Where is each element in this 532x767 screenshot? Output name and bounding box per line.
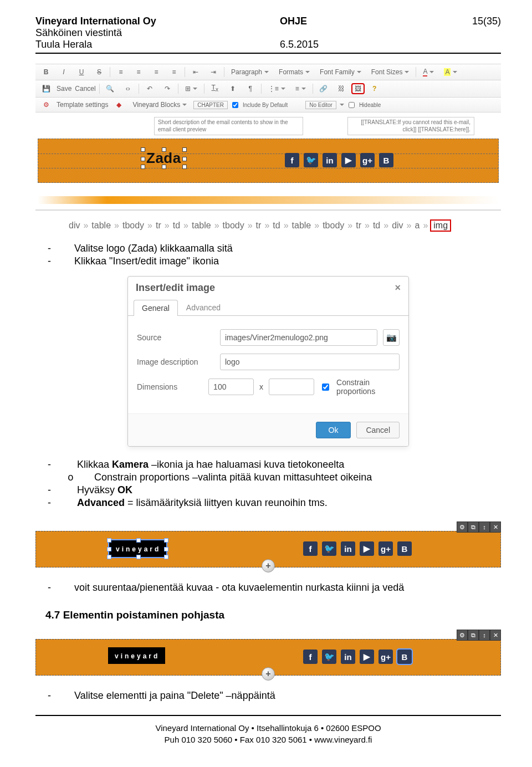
email-preview-desc[interactable]: Short description of the email contents … (154, 117, 303, 135)
youtube-icon[interactable]: ▶ (341, 153, 356, 167)
crumb[interactable]: tbody (323, 221, 344, 231)
hideable-checkbox[interactable] (349, 102, 355, 108)
align-center-icon[interactable]: ≡ (131, 67, 146, 78)
tab-general[interactable]: General (134, 300, 178, 316)
width-input[interactable] (208, 379, 254, 395)
underline-button[interactable]: U (74, 67, 89, 78)
crumb-img[interactable]: img (431, 221, 450, 231)
italic-button[interactable]: I (57, 67, 71, 78)
fontfamily-dropdown[interactable]: Font Family (316, 67, 365, 78)
facebook-icon[interactable]: f (303, 650, 318, 664)
crumb[interactable]: tr (156, 221, 161, 231)
twitter-icon[interactable]: 🐦 (304, 153, 318, 167)
youtube-icon[interactable]: ▶ (360, 541, 374, 556)
code-icon[interactable]: ‹› (121, 83, 135, 94)
linkedin-icon[interactable]: in (341, 650, 355, 664)
linkedin-icon[interactable]: in (341, 541, 355, 556)
strip-copy-icon[interactable]: ⧉ (468, 521, 479, 533)
add-element-icon[interactable]: + (262, 667, 275, 681)
crumb[interactable]: td (373, 221, 380, 231)
googleplus-icon[interactable]: g+ (360, 153, 375, 167)
vineyard-logo[interactable]: vineyard (108, 647, 165, 664)
height-input[interactable] (269, 379, 314, 395)
include-default-checkbox[interactable] (232, 102, 238, 108)
cancel-button[interactable]: Cancel (356, 422, 400, 438)
strike-button[interactable]: S (92, 67, 106, 78)
strip-gear-icon[interactable]: ⚙ (457, 630, 468, 641)
blog-icon[interactable]: B (397, 541, 412, 556)
formats-dropdown[interactable]: Formats (275, 67, 313, 78)
vineyard-logo-selected[interactable]: vineyard (108, 539, 167, 558)
strip-copy-icon[interactable]: ⧉ (468, 630, 479, 641)
element-strip-2[interactable]: ⚙ ⧉ ↕ ✕ vineyard f 🐦 in ▶ g+ B + (35, 639, 501, 676)
binoculars-icon[interactable]: 🔍 (103, 83, 117, 94)
help-icon[interactable]: ? (367, 83, 382, 94)
crumb[interactable]: tr (256, 221, 262, 231)
crumb[interactable]: tr (356, 221, 361, 231)
element-strip-1[interactable]: ⚙ ⧉ ↕ ✕ vineyard f 🐦 in ▶ g (35, 531, 501, 567)
youtube-icon[interactable]: ▶ (360, 650, 374, 664)
table-icon[interactable]: ⊞ (182, 83, 201, 94)
save-button[interactable]: Save (57, 85, 71, 93)
template-settings-label[interactable]: Template settings (57, 101, 108, 109)
facebook-icon[interactable]: f (303, 541, 318, 556)
crumb[interactable]: table (91, 221, 111, 231)
tab-advanced[interactable]: Advanced (178, 299, 229, 315)
blog-icon[interactable]: B (379, 153, 393, 167)
crumb[interactable]: div (392, 221, 403, 231)
insert-image-icon[interactable]: 🖼 (352, 84, 364, 94)
strip-delete-icon[interactable]: ✕ (490, 630, 501, 641)
pilcrow-icon[interactable]: ¶ (243, 83, 258, 94)
undo-icon[interactable]: ↶ (142, 83, 157, 94)
strip-move-icon[interactable]: ↕ (479, 630, 490, 641)
text-color-button[interactable]: A (420, 66, 437, 78)
camera-icon[interactable]: 📷 (383, 329, 400, 346)
strip-gear-icon[interactable]: ⚙ (457, 521, 468, 533)
indent-icon[interactable]: ⇥ (206, 67, 221, 78)
twitter-icon[interactable]: 🐦 (322, 650, 336, 664)
googleplus-icon[interactable]: g+ (378, 650, 393, 664)
crumb[interactable]: div (69, 221, 80, 231)
unlink-icon[interactable]: ⛓ (334, 83, 349, 94)
twitter-icon[interactable]: 🐦 (322, 541, 336, 556)
clear-format-icon[interactable]: Tx (208, 82, 222, 95)
strip-move-icon[interactable]: ↕ (479, 521, 490, 533)
linkedin-icon[interactable]: in (323, 153, 337, 167)
align-justify-icon[interactable]: ≡ (167, 67, 181, 78)
redo-icon[interactable]: ↷ (160, 83, 175, 94)
link-icon[interactable]: 🔗 (316, 83, 331, 94)
bg-color-button[interactable]: A (441, 67, 461, 78)
desc-input[interactable] (220, 354, 400, 370)
fontsizes-dropdown[interactable]: Font Sizes (368, 67, 413, 78)
align-left-icon[interactable]: ≡ (114, 67, 128, 78)
paragraph-dropdown[interactable]: Paragraph (228, 67, 272, 78)
crumb[interactable]: tbody (122, 221, 144, 231)
crumb[interactable]: tbody (223, 221, 244, 231)
crumb[interactable]: td (273, 221, 280, 231)
template-settings-icon[interactable]: ⚙ (39, 99, 53, 110)
outdent-icon[interactable]: ⇤ (188, 67, 203, 78)
facebook-icon[interactable]: f (285, 153, 299, 167)
crumb[interactable]: table (292, 221, 311, 231)
save-icon[interactable]: 💾 (39, 83, 53, 94)
number-list-icon[interactable]: ≡ (292, 83, 309, 94)
align-right-icon[interactable]: ≡ (149, 67, 163, 78)
add-element-icon[interactable]: + (262, 559, 275, 572)
blog-icon[interactable]: B (397, 650, 412, 664)
cancel-button[interactable]: Cancel (75, 85, 95, 93)
constrain-checkbox[interactable] (322, 384, 329, 391)
crumb[interactable]: table (192, 221, 211, 231)
zada-logo-selected[interactable]: Zada (143, 150, 185, 167)
googleplus-icon[interactable]: g+ (378, 541, 393, 556)
bold-button[interactable]: B (39, 67, 53, 78)
upload-icon[interactable]: ⬆ (226, 83, 240, 94)
close-icon[interactable]: × (395, 282, 401, 294)
vineyard-blocks-dropdown[interactable]: Vineyard Blocks (129, 99, 190, 110)
strip-delete-icon[interactable]: ✕ (490, 521, 501, 533)
crumb[interactable]: td (173, 221, 180, 231)
source-input[interactable] (220, 329, 377, 346)
ok-button[interactable]: Ok (316, 422, 351, 438)
crumb[interactable]: a (415, 221, 420, 231)
vineyard-blocks-icon[interactable]: ◆ (111, 99, 126, 110)
bullet-list-icon[interactable]: ⋮≡ (265, 83, 289, 94)
